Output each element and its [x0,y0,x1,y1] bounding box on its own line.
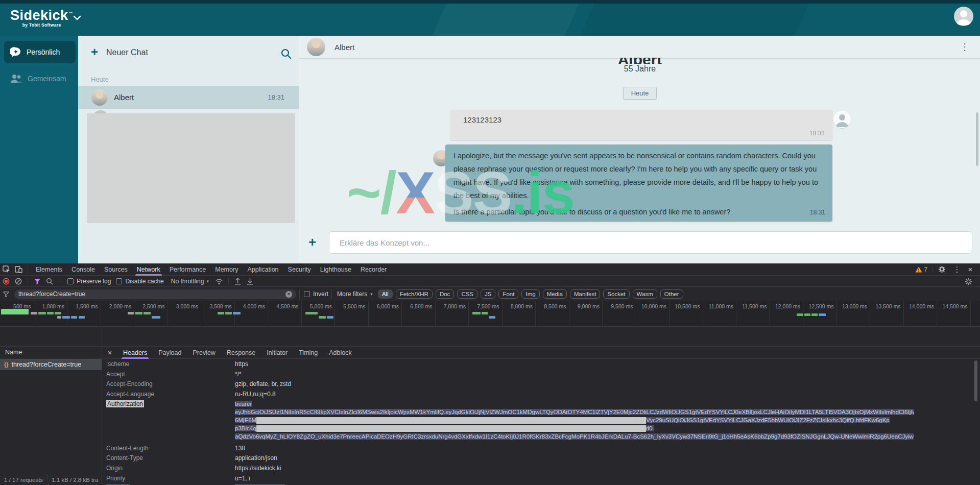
app-logo[interactable]: Sidekick™ by Tobit Software [10,6,73,28]
message-input[interactable] [329,232,972,253]
invert-checkbox[interactable] [304,291,310,297]
chat-header-name: Albert [334,43,354,52]
network-activity-bar [472,312,481,314]
preserve-log-label[interactable]: Preserve log [77,278,111,285]
disable-cache-checkbox[interactable] [116,278,122,284]
close-icon[interactable]: × [965,265,976,274]
brand-tm: ™ [68,11,74,16]
filter-input[interactable]: thread?forceCreate=true ✕ [14,289,296,299]
user-avatar [833,111,851,128]
filter-funnel-icon[interactable] [31,276,43,287]
chat-scrollbar[interactable] [976,112,978,166]
token-line: eyJhbGciOiJSUzI1NiIsInR5cCI6IkpXVCIsInZl… [235,409,914,415]
search-icon[interactable] [43,276,56,287]
filter-chip-doc[interactable]: Doc [436,289,454,299]
export-har-icon[interactable] [244,276,256,287]
filter-chip-all[interactable]: All [378,289,393,299]
details-scrollbar[interactable] [974,360,977,401]
settings-gear-icon[interactable] [938,265,949,273]
network-conditions-icon[interactable] [213,276,225,287]
network-activity-bar [218,312,224,314]
filter-chip-img[interactable]: Img [521,289,539,299]
kebab-menu-icon[interactable]: ⋮ [960,41,969,53]
details-tab-initiator[interactable]: Initiator [261,346,293,359]
preserve-log-checkbox[interactable] [67,278,74,284]
filter-chip-media[interactable]: Media [543,289,567,299]
details-tab-timing[interactable]: Timing [293,346,323,359]
devtools-tab-sources[interactable]: Sources [100,263,132,276]
device-toolbar-icon[interactable] [12,264,25,275]
network-activity-bar [1,309,29,314]
authorization-token: bearer eyJhbGciOiJSUzI1NiIsInR5cCI6IkpXV… [235,399,914,443]
details-tab-preview[interactable]: Preview [187,346,221,359]
kebab-menu-icon[interactable]: ⋮ [951,265,963,274]
devtools-tab-network[interactable]: Network [132,263,165,276]
attach-plus-icon[interactable]: + [308,234,316,250]
filter-chip-font[interactable]: Font [498,289,518,299]
filter-chip-other[interactable]: Other [660,289,683,299]
details-tab-adblock[interactable]: Adblock [323,346,357,359]
devtools-tab-security[interactable]: Security [283,263,316,276]
header-value: gzip, deflate, br, zstd [235,380,291,387]
request-headers-top: :schemehttpsAccept*/*Accept-Encodinggzip… [102,359,980,399]
filter-chip-js[interactable]: JS [481,289,495,299]
network-overview-timeline[interactable]: 500 ms1,000 ms1,500 ms2,000 ms2,500 ms3,… [0,301,980,327]
close-icon[interactable]: × [102,349,117,357]
contact-avatar[interactable] [307,38,325,56]
network-filter-row: thread?forceCreate=true ✕ Invert More fi… [0,287,980,301]
invert-label[interactable]: Invert [313,290,328,298]
devtools-tabbar-right: 7 ⋮ × [915,265,980,274]
filter-chip-fetch-xhr[interactable]: Fetch/XHR [396,289,433,299]
devtools-tab-memory[interactable]: Memory [210,263,243,276]
brand-subtitle: by Tobit Software [10,22,73,28]
plus-icon[interactable]: + [91,45,98,59]
filter-chip-css[interactable]: CSS [457,289,477,299]
header-row: Content-Length138 [102,443,980,453]
import-har-icon[interactable] [232,276,244,287]
devtools-tab-performance[interactable]: Performance [165,263,211,276]
details-tab-response[interactable]: Response [221,346,261,359]
header-value: application/json [235,454,277,462]
network-activity-bar [819,313,826,316]
devtools-tab-application[interactable]: Application [243,263,283,276]
request-row[interactable]: {} thread?forceCreate=true [0,359,102,370]
devtools-tab-console[interactable]: Console [67,263,100,276]
record-icon[interactable] [0,276,12,287]
chevron-down-icon[interactable] [73,15,81,20]
header-name: Content-Length [102,445,235,452]
devtools-tab-elements[interactable]: Elements [31,263,67,276]
network-activity-bar [62,316,70,319]
devtools-tab-recorder[interactable]: Recorder [356,263,391,276]
sidebar-item-persoenlich[interactable]: Persönlich [4,41,76,63]
filter-chip-wasm[interactable]: Wasm [633,289,657,299]
filter-funnel-icon [0,288,12,300]
chat-list-item-albert[interactable]: Albert 18:31 [78,86,299,109]
devtools-panel: ElementsConsoleSourcesNetworkPerformance… [0,263,980,485]
clear-icon[interactable] [12,276,25,287]
new-chat-button[interactable]: Neuer Chat [106,48,148,57]
network-settings-gear-icon[interactable] [965,278,976,285]
authorization-header-row: Authorization bearer eyJhbGciOiJSUzI1NiI… [102,399,980,443]
network-activity-bar [327,316,333,319]
divider [331,289,332,299]
clear-filter-icon[interactable]: ✕ [285,291,292,298]
search-icon[interactable] [280,48,292,59]
sidebar-item-gemeinsam[interactable]: Gemeinsam [4,67,76,90]
network-activity-bar [135,312,142,314]
inspect-element-icon[interactable] [0,264,12,275]
token-line: p3Blc4q [235,425,256,431]
filter-chip-manifest[interactable]: Manifest [570,289,600,299]
header-value: */* [235,371,242,378]
user-avatar[interactable] [954,7,973,26]
throttling-select[interactable]: No throttling ▾ [171,278,209,285]
more-filters-button[interactable]: More filters [337,290,367,298]
details-tab-payload[interactable]: Payload [153,346,187,359]
filter-value: thread?forceCreate=true [18,290,85,298]
disable-cache-label[interactable]: Disable cache [125,278,163,285]
devtools-tab-lighthouse[interactable]: Lighthouse [316,263,356,276]
issues-warning-badge[interactable]: 7 [915,266,927,273]
filter-chip-socket[interactable]: Socket [603,289,629,299]
details-tab-headers[interactable]: Headers [117,346,153,359]
requests-name-column-header[interactable]: Name [0,346,102,358]
network-activity-bar [128,312,134,314]
